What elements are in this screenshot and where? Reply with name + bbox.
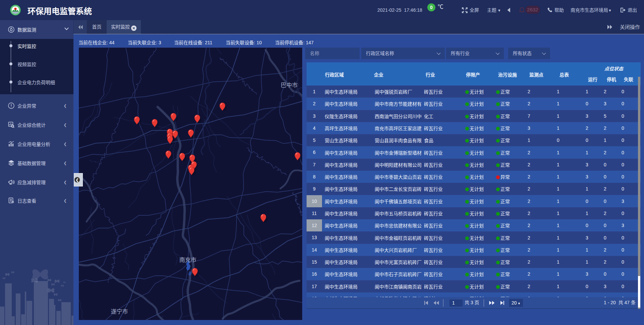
svg-text:遂宁市: 遂宁市 xyxy=(111,307,128,315)
svg-text:南充市: 南充市 xyxy=(179,255,197,264)
svg-text:巴中市: 巴中市 xyxy=(281,80,298,89)
